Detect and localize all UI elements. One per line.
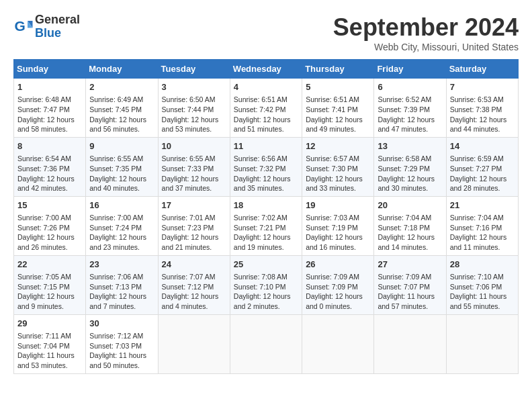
calendar-cell: 17Sunrise: 7:01 AMSunset: 7:23 PMDayligh… [158,196,230,255]
cell-info: Sunrise: 6:50 AMSunset: 7:44 PMDaylight:… [162,95,226,134]
svg-text:G: G [15,18,26,34]
calendar-cell: 23Sunrise: 7:06 AMSunset: 7:13 PMDayligh… [86,255,158,314]
day-number: 28 [450,259,515,271]
day-number: 1 [17,81,82,93]
calendar-cell [158,314,230,373]
cell-info: Sunrise: 7:05 AMSunset: 7:15 PMDaylight:… [17,272,82,312]
title-area: September 2024 Webb City, Missouri, Unit… [333,13,519,52]
calendar-body: 1Sunrise: 6:48 AMSunset: 7:47 PMDaylight… [14,79,519,374]
day-number: 4 [234,81,298,93]
location: Webb City, Missouri, United States [333,42,519,52]
calendar-table: SundayMondayTuesdayWednesdayThursdayFrid… [13,59,519,374]
calendar-cell: 4Sunrise: 6:51 AMSunset: 7:42 PMDaylight… [230,79,302,138]
day-number: 18 [234,199,298,212]
cell-info: Sunrise: 7:09 AMSunset: 7:09 PMDaylight:… [306,272,370,312]
calendar-cell: 25Sunrise: 7:08 AMSunset: 7:10 PMDayligh… [230,255,302,314]
cell-info: Sunrise: 6:59 AMSunset: 7:27 PMDaylight:… [450,154,515,193]
calendar-cell: 14Sunrise: 6:59 AMSunset: 7:27 PMDayligh… [446,137,518,196]
week-row-2: 8Sunrise: 6:54 AMSunset: 7:36 PMDaylight… [14,137,519,196]
calendar-cell: 22Sunrise: 7:05 AMSunset: 7:15 PMDayligh… [14,255,86,314]
day-number: 12 [306,140,370,152]
weekday-header-monday: Monday [86,60,158,79]
logo: G General Blue [13,13,80,40]
week-row-1: 1Sunrise: 6:48 AMSunset: 7:47 PMDaylight… [14,79,519,138]
day-number: 15 [17,199,82,212]
cell-info: Sunrise: 7:03 AMSunset: 7:19 PMDaylight:… [306,213,370,253]
cell-info: Sunrise: 6:49 AMSunset: 7:45 PMDaylight:… [89,95,154,134]
day-number: 17 [162,199,226,212]
cell-info: Sunrise: 6:55 AMSunset: 7:35 PMDaylight:… [89,154,154,193]
day-number: 24 [162,259,226,271]
calendar-cell: 24Sunrise: 7:07 AMSunset: 7:12 PMDayligh… [158,255,230,314]
calendar-cell: 29Sunrise: 7:11 AMSunset: 7:04 PMDayligh… [14,314,86,373]
logo-icon: G [13,17,34,37]
day-number: 7 [450,81,515,93]
calendar-cell: 1Sunrise: 6:48 AMSunset: 7:47 PMDaylight… [14,79,86,138]
calendar-cell: 28Sunrise: 7:10 AMSunset: 7:06 PMDayligh… [446,255,518,314]
cell-info: Sunrise: 7:08 AMSunset: 7:10 PMDaylight:… [234,272,298,312]
week-row-4: 22Sunrise: 7:05 AMSunset: 7:15 PMDayligh… [14,255,519,314]
cell-info: Sunrise: 6:52 AMSunset: 7:39 PMDaylight:… [378,95,442,134]
weekday-header-saturday: Saturday [446,60,518,79]
day-number: 26 [306,259,370,271]
calendar-cell: 8Sunrise: 6:54 AMSunset: 7:36 PMDaylight… [14,137,86,196]
calendar-cell [374,314,446,373]
cell-info: Sunrise: 6:53 AMSunset: 7:38 PMDaylight:… [450,95,515,134]
cell-info: Sunrise: 7:02 AMSunset: 7:21 PMDaylight:… [234,213,298,253]
calendar-cell: 7Sunrise: 6:53 AMSunset: 7:38 PMDaylight… [446,79,518,138]
calendar-cell: 15Sunrise: 7:00 AMSunset: 7:26 PMDayligh… [14,196,86,255]
week-row-3: 15Sunrise: 7:00 AMSunset: 7:26 PMDayligh… [14,196,519,255]
weekday-header-wednesday: Wednesday [230,60,302,79]
week-row-5: 29Sunrise: 7:11 AMSunset: 7:04 PMDayligh… [14,314,519,373]
cell-info: Sunrise: 6:57 AMSunset: 7:30 PMDaylight:… [306,154,370,193]
logo-line2: Blue [35,27,80,40]
day-number: 30 [89,318,154,330]
day-number: 6 [378,81,442,93]
cell-info: Sunrise: 7:07 AMSunset: 7:12 PMDaylight:… [162,272,226,312]
cell-info: Sunrise: 7:11 AMSunset: 7:04 PMDaylight:… [17,331,82,371]
cell-info: Sunrise: 7:04 AMSunset: 7:16 PMDaylight:… [450,213,515,253]
day-number: 5 [306,81,370,93]
day-number: 16 [89,199,154,212]
logo-line1: General [35,13,80,27]
cell-info: Sunrise: 7:00 AMSunset: 7:26 PMDaylight:… [17,213,82,253]
cell-info: Sunrise: 6:54 AMSunset: 7:36 PMDaylight:… [17,154,82,193]
calendar-cell: 20Sunrise: 7:04 AMSunset: 7:18 PMDayligh… [374,196,446,255]
weekday-header-friday: Friday [374,60,446,79]
calendar-cell [302,314,374,373]
calendar-cell: 5Sunrise: 6:51 AMSunset: 7:41 PMDaylight… [302,79,374,138]
calendar-cell: 13Sunrise: 6:58 AMSunset: 7:29 PMDayligh… [374,137,446,196]
cell-info: Sunrise: 7:00 AMSunset: 7:24 PMDaylight:… [89,213,154,253]
calendar-cell [230,314,302,373]
cell-info: Sunrise: 7:10 AMSunset: 7:06 PMDaylight:… [450,272,515,312]
weekday-header-thursday: Thursday [302,60,374,79]
calendar-cell: 19Sunrise: 7:03 AMSunset: 7:19 PMDayligh… [302,196,374,255]
cell-info: Sunrise: 7:06 AMSunset: 7:13 PMDaylight:… [89,272,154,312]
day-number: 29 [17,318,82,330]
weekday-header-tuesday: Tuesday [158,60,230,79]
cell-info: Sunrise: 6:55 AMSunset: 7:33 PMDaylight:… [162,154,226,193]
calendar-cell: 18Sunrise: 7:02 AMSunset: 7:21 PMDayligh… [230,196,302,255]
day-number: 23 [89,259,154,271]
cell-info: Sunrise: 7:09 AMSunset: 7:07 PMDaylight:… [378,272,442,312]
day-number: 3 [162,81,226,93]
day-number: 11 [234,140,298,152]
day-number: 13 [378,140,442,152]
cell-info: Sunrise: 6:51 AMSunset: 7:42 PMDaylight:… [234,95,298,134]
day-number: 8 [17,140,82,152]
calendar-cell: 9Sunrise: 6:55 AMSunset: 7:35 PMDaylight… [86,137,158,196]
calendar-cell: 10Sunrise: 6:55 AMSunset: 7:33 PMDayligh… [158,137,230,196]
cell-info: Sunrise: 7:04 AMSunset: 7:18 PMDaylight:… [378,213,442,253]
cell-info: Sunrise: 6:56 AMSunset: 7:32 PMDaylight:… [234,154,298,193]
calendar-cell: 16Sunrise: 7:00 AMSunset: 7:24 PMDayligh… [86,196,158,255]
cell-info: Sunrise: 7:01 AMSunset: 7:23 PMDaylight:… [162,213,226,253]
day-number: 25 [234,259,298,271]
calendar-cell: 6Sunrise: 6:52 AMSunset: 7:39 PMDaylight… [374,79,446,138]
day-number: 19 [306,199,370,212]
cell-info: Sunrise: 7:12 AMSunset: 7:03 PMDaylight:… [89,331,154,371]
calendar-cell: 27Sunrise: 7:09 AMSunset: 7:07 PMDayligh… [374,255,446,314]
day-number: 10 [162,140,226,152]
page-header: G General Blue September 2024 Webb City,… [13,13,519,52]
day-number: 14 [450,140,515,152]
cell-info: Sunrise: 6:51 AMSunset: 7:41 PMDaylight:… [306,95,370,134]
